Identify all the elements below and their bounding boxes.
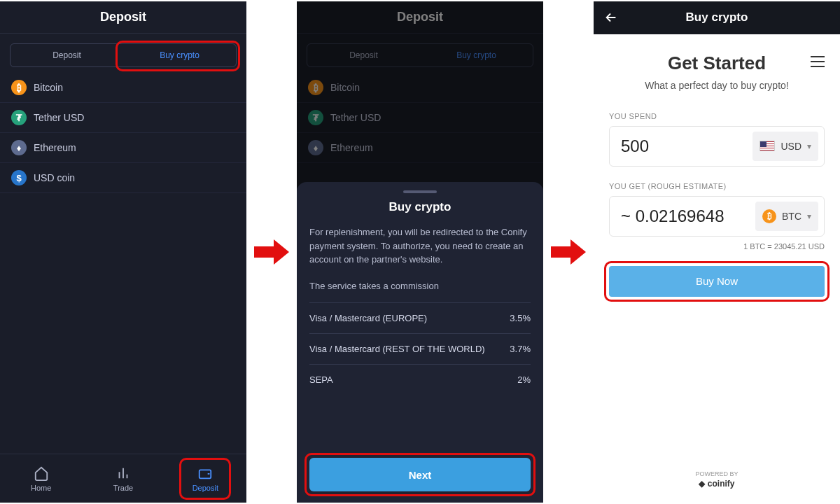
commission-note: The service takes a commission [309,279,531,293]
coin-label: USD coin [34,172,75,183]
get-value: ~ 0.02169648 [621,206,724,226]
nav-deposit[interactable]: Deposit [164,454,246,503]
fee-row: Visa / Mastercard (EUROPE) 3.5% [309,302,531,333]
get-field[interactable]: ~ 0.02169648 ₿ BTC ▾ [609,196,825,237]
currency-code: USD [780,141,802,152]
page-header: Buy crypto [594,1,840,34]
get-started-heading: Get Started [668,52,766,74]
page-title: Buy crypto [686,10,748,24]
coinify-logo: ◆ coinify [609,479,825,489]
fee-value: 2% [517,374,531,385]
highlight-marker [304,453,536,496]
coin-row-bitcoin[interactable]: ₿ Bitcoin [0,73,246,103]
menu-button[interactable] [811,56,825,70]
coin-row-ethereum[interactable]: ♦ Ethereum [0,133,246,163]
coin-row-tether[interactable]: ₮ Tether USD [0,103,246,133]
arrow-left-icon [603,10,619,25]
tether-icon: ₮ [11,110,27,125]
back-button[interactable] [603,10,619,25]
fee-value: 3.7% [510,344,531,354]
coin-row-usdc[interactable]: $ USD coin [0,163,246,193]
spend-field[interactable]: 500 USD ▾ [609,126,825,167]
screen-coinify-buy: Buy crypto Get Started What a perfect da… [594,1,840,503]
get-label: YOU GET (ROUGH ESTIMATE) [609,182,825,190]
spend-currency-select[interactable]: USD ▾ [752,132,818,161]
ethereum-icon: ♦ [11,140,27,155]
chevron-down-icon: ▾ [807,211,811,221]
usdc-icon: $ [11,170,27,186]
bottom-sheet: Buy crypto For replenishment, you will b… [297,182,543,503]
highlight-marker [604,261,830,302]
coin-label: Bitcoin [34,82,63,93]
screen-buy-crypto-sheet: Deposit Deposit Buy crypto ₿Bitcoin ₮Tet… [297,1,543,503]
bitcoin-icon: ₿ [11,80,27,95]
nav-trade[interactable]: Trade [82,454,164,503]
nav-label: Trade [113,484,133,492]
tab-group: Deposit Buy crypto [10,43,237,67]
hamburger-icon [811,56,825,67]
nav-label: Home [31,484,51,492]
tab-deposit[interactable]: Deposit [10,44,123,66]
nav-home[interactable]: Home [0,454,82,503]
fee-row: Visa / Mastercard (REST OF THE WORLD) 3.… [309,333,531,364]
coin-label: Ethereum [34,142,76,153]
us-flag-icon [760,141,775,151]
currency-code: BTC [782,211,802,222]
chevron-down-icon: ▾ [807,141,811,151]
chart-icon [115,465,131,481]
fee-label: Visa / Mastercard (EUROPE) [309,313,427,323]
fee-label: SEPA [309,374,333,385]
bitcoin-icon: ₿ [762,209,776,223]
spend-value: 500 [621,136,649,156]
home-icon [34,465,49,481]
screen-deposit-list: Deposit Deposit Buy crypto ₿ Bitcoin ₮ T… [0,1,246,503]
drag-handle[interactable] [403,190,437,193]
bottom-nav: Home Trade Deposit [0,454,246,503]
sheet-title: Buy crypto [309,200,531,214]
powered-by: POWERED BY ◆ coinify [609,470,825,496]
fee-value: 3.5% [510,313,531,323]
coin-label: Tether USD [34,112,84,123]
step-arrow-icon [543,238,594,266]
step-arrow-icon [246,238,297,266]
highlight-marker [179,458,231,500]
fee-label: Visa / Mastercard (REST OF THE WORLD) [309,344,485,354]
highlight-marker [115,41,240,71]
subtitle: What a perfect day to buy crypto! [609,80,825,91]
exchange-rate: 1 BTC = 23045.21 USD [609,242,825,251]
get-currency-select[interactable]: ₿ BTC ▾ [755,202,818,231]
page-title: Deposit [0,1,246,34]
spend-label: YOU SPEND [609,112,825,120]
fee-row: SEPA 2% [309,364,531,395]
sheet-body: For replenishment, you will be redirecte… [309,225,531,267]
